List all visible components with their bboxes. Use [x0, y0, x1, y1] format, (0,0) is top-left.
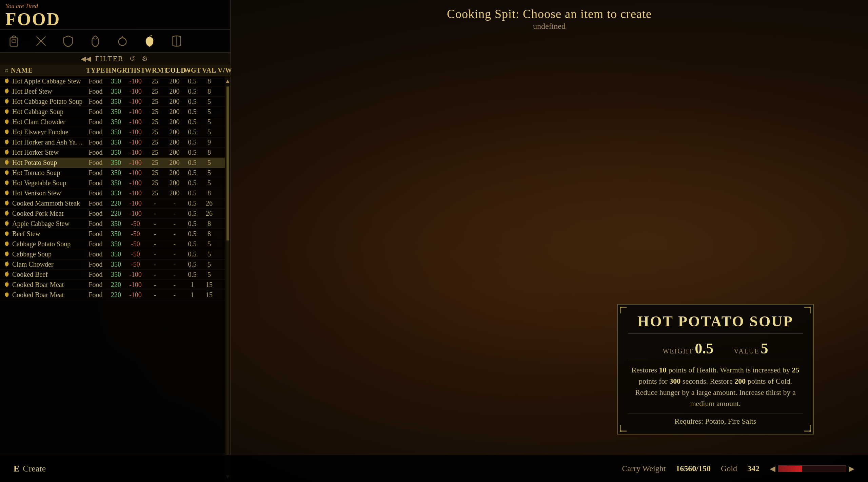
table-row[interactable]: Hot Potato SoupFood350-100252000.55 [0, 158, 225, 168]
item-cell: - [165, 240, 184, 248]
requires-items: Potato, Fire Salts [705, 417, 756, 425]
scroll-track[interactable] [226, 86, 229, 472]
col-hngr[interactable]: HNGR [106, 66, 126, 74]
item-cell: 350 [106, 261, 126, 268]
filter-refresh-icon[interactable]: ↺ [128, 54, 137, 63]
item-cell: 8 [201, 189, 218, 197]
detail-value-group: VALUE 5 [734, 340, 768, 357]
value-value: 5 [761, 340, 768, 357]
corner-tr [797, 307, 811, 320]
col-val[interactable]: VAL [201, 66, 218, 74]
table-row[interactable]: Cooked Boar MeatFood220-100--115 [0, 290, 225, 300]
table-row[interactable]: Hot Horker StewFood350-100252000.58 [0, 148, 225, 158]
item-cell: 0.5 [184, 240, 201, 248]
item-cell: 0.5 [184, 261, 201, 268]
cat-icon-jewelry[interactable] [114, 33, 131, 50]
item-cell: 5 [201, 169, 218, 177]
item-cell: Food [85, 88, 106, 95]
table-row[interactable]: Hot Apple Cabbage StewFood350-100252000.… [0, 76, 225, 86]
table-row[interactable]: Hot Tomato SoupFood350-100252000.55 [0, 168, 225, 178]
col-wgt[interactable]: WGT [184, 66, 201, 74]
cat-icon-weapons[interactable] [33, 33, 50, 50]
cat-icon-food[interactable] [141, 33, 158, 50]
item-name: Hot Tomato Soup [11, 169, 85, 177]
item-cell: 0.5 [184, 230, 201, 238]
item-cell: 0.5 [184, 199, 201, 207]
table-row[interactable]: Cooked Pork MeatFood220-100--0.526 [0, 209, 225, 219]
scroll-up-arrow[interactable]: ▲ [225, 78, 230, 85]
item-cell: -100 [126, 98, 145, 105]
table-row[interactable]: Cooked Mammoth SteakFood220-100--0.526 [0, 198, 225, 209]
item-name: Hot Beef Stew [11, 88, 85, 95]
table-row[interactable]: Cabbage Potato SoupFood350-50--0.55 [0, 239, 225, 249]
item-list-container: Hot Apple Cabbage StewFood350-100252000.… [0, 76, 230, 482]
item-cell: 0.5 [184, 159, 201, 167]
item-cell: 220 [106, 281, 126, 289]
item-name: Clam Chowder [11, 261, 85, 268]
item-cell: Food [85, 210, 106, 217]
cat-icon-shield[interactable] [60, 33, 77, 50]
table-row[interactable]: Hot Beef StewFood350-100252000.58 [0, 86, 225, 97]
table-row[interactable]: Apple Cabbage StewFood350-50--0.58 [0, 219, 225, 229]
table-row[interactable]: Beef StewFood350-50--0.58 [0, 229, 225, 239]
cat-icon-misc[interactable] [168, 33, 185, 50]
item-cell: - [145, 250, 165, 258]
item-cell: - [145, 230, 165, 238]
item-name: Cabbage Soup [11, 250, 85, 258]
item-cell: 8 [201, 149, 218, 156]
col-type[interactable]: TYPE [85, 66, 106, 74]
action-label: Create [23, 464, 46, 474]
item-cell: 25 [145, 98, 165, 105]
table-row[interactable]: Hot Venison StewFood350-100252000.58 [0, 188, 225, 198]
table-row[interactable]: Hot Cabbage Potato SoupFood350-100252000… [0, 97, 225, 107]
table-row[interactable]: Clam ChowderFood350-50--0.55 [0, 259, 225, 270]
item-food-icon [3, 251, 11, 258]
table-row[interactable]: Hot Vegetable SoupFood350-100252000.55 [0, 178, 225, 188]
item-food-icon [3, 139, 11, 146]
item-cell: -100 [126, 149, 145, 156]
item-cell: 220 [106, 291, 126, 299]
item-cell: -100 [126, 271, 145, 278]
item-cell: Food [85, 250, 106, 258]
item-list: Hot Apple Cabbage StewFood350-100252000.… [0, 76, 225, 482]
col-thst[interactable]: THST [126, 66, 145, 74]
item-cell: 350 [106, 169, 126, 177]
item-cell: - [165, 220, 184, 228]
filter-settings-icon[interactable]: ⚙ [140, 54, 150, 63]
cat-icon-backpack[interactable] [5, 33, 22, 50]
table-row[interactable]: Cabbage SoupFood350-50--0.55 [0, 249, 225, 259]
table-row[interactable]: Hot Cabbage SoupFood350-100252000.55 [0, 107, 225, 117]
apple-icon [143, 35, 156, 47]
table-row[interactable]: Cooked BeefFood350-100--0.55 [0, 270, 225, 280]
scrollbar[interactable]: ▲ ▼ [225, 76, 230, 482]
ring-icon [116, 35, 129, 47]
table-row[interactable]: Cooked Boar MeatFood220-100--115 [0, 280, 225, 290]
cat-icon-armor[interactable] [87, 33, 104, 50]
item-food-icon [3, 271, 11, 278]
item-cell: 220 [106, 199, 126, 207]
table-row[interactable]: Hot Elsweyr FondueFood350-100252000.55 [0, 127, 225, 137]
col-wrmt[interactable]: WRMT [145, 66, 165, 74]
filter-left-arrow[interactable]: ◀◀ [81, 55, 91, 63]
item-cell: 200 [165, 179, 184, 187]
item-cell: 200 [165, 118, 184, 126]
item-cell: 0.5 [184, 138, 201, 146]
item-cell: -100 [126, 291, 145, 299]
requires-label: Requires: [675, 417, 703, 425]
bottom-bar: E Create Carry Weight 16560/150 Gold 342… [0, 455, 868, 482]
panel-header: You are Tired FOOD [0, 0, 230, 30]
item-cell: Food [85, 240, 106, 248]
table-row[interactable]: Hot Clam ChowderFood350-100252000.55 [0, 117, 225, 127]
item-cell: 26 [201, 199, 218, 207]
col-name[interactable]: NAME [11, 66, 85, 74]
desc-seconds: 300 [669, 377, 680, 385]
action-hint: E Create [14, 464, 46, 474]
item-cell: -50 [126, 261, 145, 268]
health-bar-container: ◀ ▶ [770, 464, 854, 473]
col-cold[interactable]: COLD▼ [165, 66, 184, 74]
detail-description: Restores 10 points of Health. Warmth is … [628, 364, 803, 409]
col-vw[interactable]: V/W [218, 66, 226, 74]
item-cell: Food [85, 159, 106, 167]
table-row[interactable]: Hot Horker and Ash Yam StewFood350-10025… [0, 137, 225, 148]
item-food-icon [3, 220, 11, 228]
